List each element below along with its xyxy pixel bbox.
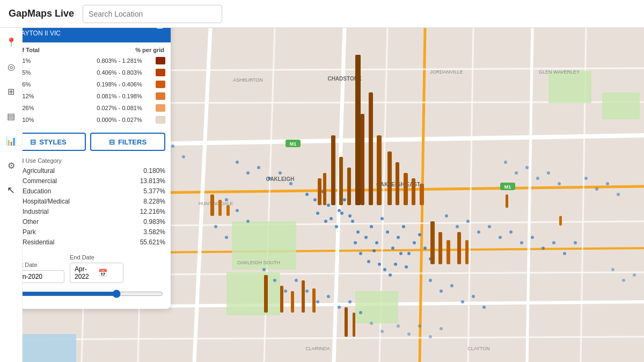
- svg-text:M1: M1: [504, 184, 511, 190]
- land-use-section: Land Use Category Agricultural 0.180% Co…: [5, 155, 171, 246]
- filters-button[interactable]: ⊟ FILTERS: [90, 133, 165, 151]
- land-use-commercial[interactable]: Commercial 13.813%: [11, 177, 165, 185]
- svg-point-150: [407, 332, 411, 336]
- svg-point-136: [595, 187, 598, 191]
- legend-swatch-6: [156, 116, 165, 124]
- svg-point-71: [423, 247, 427, 250]
- svg-point-102: [531, 236, 534, 239]
- svg-point-100: [509, 230, 513, 234]
- end-date-value: Apr-2022: [75, 265, 95, 280]
- svg-point-131: [525, 166, 529, 169]
- svg-rect-175: [447, 240, 450, 264]
- svg-point-84: [246, 171, 250, 175]
- svg-rect-185: [353, 313, 355, 337]
- legend-swatch-4: [156, 92, 165, 100]
- svg-text:ASHBURTON: ASHBURTON: [233, 77, 263, 83]
- svg-point-120: [461, 300, 464, 303]
- land-use-education-pct: 5.377%: [138, 187, 165, 195]
- svg-point-97: [477, 230, 480, 234]
- land-use-residential[interactable]: Residential 55.621%: [11, 238, 165, 246]
- time-slider[interactable]: [13, 289, 163, 298]
- svg-rect-157: [361, 114, 364, 205]
- land-use-agricultural[interactable]: Agricultural 0.180%: [11, 167, 165, 175]
- svg-point-86: [268, 177, 271, 180]
- svg-point-51: [343, 198, 346, 201]
- svg-point-109: [284, 289, 287, 293]
- svg-point-46: [313, 198, 317, 201]
- land-use-residential-pct: 55.621%: [138, 238, 165, 246]
- svg-point-127: [171, 144, 174, 148]
- svg-rect-174: [438, 232, 442, 264]
- svg-rect-22: [548, 71, 591, 103]
- land-use-industrial[interactable]: Industrial 12.216%: [11, 208, 165, 215]
- tool-icon[interactable]: ⚙: [4, 158, 19, 173]
- location-pin-icon[interactable]: 📍: [4, 34, 19, 49]
- svg-point-85: [257, 166, 260, 169]
- end-date-calendar-icon: 📅: [98, 269, 119, 277]
- land-use-agricultural-label: Agricultural: [23, 167, 134, 175]
- svg-rect-21: [226, 272, 280, 315]
- svg-point-57: [340, 212, 343, 215]
- end-date-field[interactable]: Apr-2022 📅: [70, 263, 123, 283]
- svg-rect-172: [312, 288, 316, 313]
- svg-rect-183: [559, 216, 562, 226]
- svg-point-138: [617, 193, 620, 196]
- svg-text:M1: M1: [290, 141, 297, 147]
- land-use-hospital[interactable]: Hospital/Medical 8.228%: [11, 198, 165, 205]
- svg-point-132: [536, 177, 539, 180]
- svg-point-115: [348, 300, 352, 303]
- svg-point-112: [316, 300, 319, 303]
- svg-point-144: [611, 268, 614, 271]
- svg-rect-177: [465, 240, 469, 264]
- legend-section: % of Total % per grid 1.281% 0.803% - 1.…: [5, 42, 171, 128]
- search-input[interactable]: [83, 5, 222, 23]
- svg-point-95: [456, 225, 459, 228]
- chart-icon[interactable]: 📊: [4, 133, 19, 148]
- layers-icon[interactable]: ▤: [4, 108, 19, 124]
- svg-point-148: [380, 330, 384, 333]
- land-use-industrial-pct: 12.216%: [138, 208, 165, 215]
- app-title: GapMaps Live: [9, 8, 74, 19]
- svg-point-130: [515, 171, 518, 175]
- svg-point-52: [348, 214, 352, 218]
- grid-view-icon[interactable]: ⊞: [4, 84, 19, 99]
- land-use-label: Land Use Category: [11, 157, 165, 164]
- svg-point-90: [236, 209, 239, 212]
- svg-point-64: [386, 230, 389, 234]
- svg-rect-171: [302, 280, 305, 313]
- svg-point-93: [225, 236, 228, 239]
- svg-point-152: [429, 335, 432, 338]
- panel: Where from - 50m CLAYTON II VIC ⊞ % of T…: [5, 15, 171, 309]
- svg-point-105: [563, 252, 566, 255]
- svg-point-58: [351, 220, 354, 223]
- land-use-park[interactable]: Park 3.582%: [11, 228, 165, 236]
- cursor-icon: ↖: [4, 183, 19, 198]
- svg-point-103: [541, 247, 545, 250]
- svg-point-91: [246, 220, 250, 223]
- svg-rect-179: [218, 200, 222, 216]
- land-use-park-pct: 3.582%: [138, 228, 165, 236]
- svg-rect-168: [264, 275, 268, 313]
- svg-point-62: [375, 241, 378, 244]
- svg-point-147: [370, 322, 373, 325]
- svg-rect-165: [347, 168, 351, 205]
- land-use-other[interactable]: Other 0.983%: [11, 218, 165, 226]
- land-use-industrial-label: Industrial: [23, 208, 134, 215]
- svg-point-82: [405, 265, 408, 269]
- location-dot-icon[interactable]: ◎: [4, 59, 19, 74]
- svg-point-118: [440, 289, 443, 293]
- svg-rect-182: [506, 194, 508, 208]
- legend-row-3: 9.726% 0.198% - 0.406%: [11, 79, 165, 90]
- land-use-education[interactable]: Education 5.377%: [11, 187, 165, 195]
- svg-point-69: [413, 241, 416, 244]
- svg-rect-180: [226, 205, 230, 216]
- svg-point-53: [316, 212, 319, 215]
- svg-point-145: [622, 279, 625, 282]
- svg-point-67: [402, 225, 405, 228]
- svg-point-134: [558, 182, 561, 185]
- land-use-agricultural-pct: 0.180%: [138, 167, 165, 175]
- svg-rect-161: [412, 178, 415, 205]
- legend-row-4: 12.712% 0.081% - 0.198%: [11, 91, 165, 102]
- svg-point-99: [499, 236, 502, 239]
- svg-point-78: [383, 268, 386, 271]
